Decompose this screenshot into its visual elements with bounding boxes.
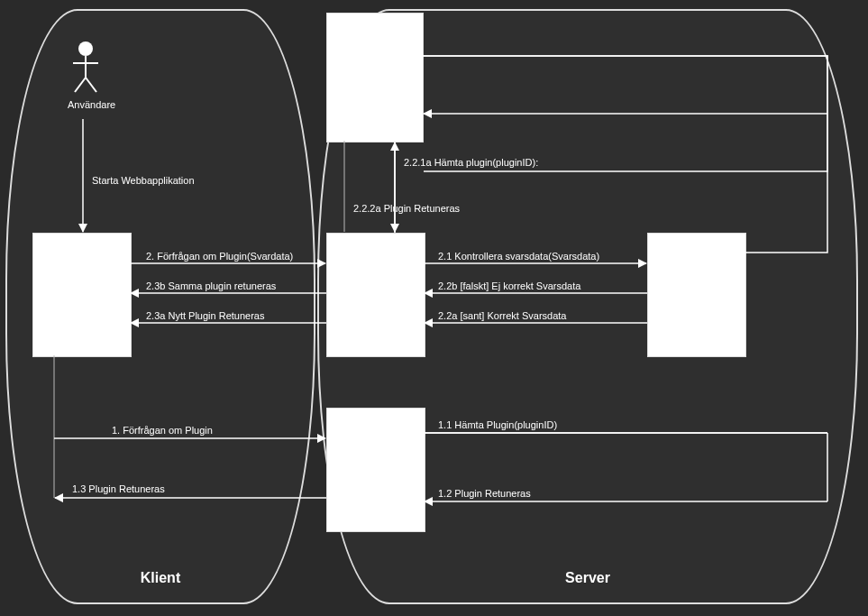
msg-2-3a: 2.3a Nytt Plugin Retuneras [146, 310, 264, 321]
user-icon [70, 40, 101, 94]
actor-label: Användare [68, 99, 104, 110]
msg-1-2: 1.2 Plugin Retuneras [438, 488, 531, 499]
msg-2-req: 2. Förfrågan om Plugin(Svardata) [146, 251, 293, 262]
svg-line-4 [86, 78, 96, 92]
lifeline-server-mid [326, 233, 425, 357]
msg-1-req: 1. Förfrågan om Plugin [112, 425, 213, 436]
msg-1-1: 1.1 Hämta Plugin(pluginID) [438, 419, 557, 430]
server-panel-label: Server [319, 570, 856, 586]
msg-2-2b: 2.2b [falskt] Ej korrekt Svarsdata [438, 280, 580, 291]
sequence-diagram: Klient Server Användare Starta Webbappli… [0, 0, 868, 616]
msg-1-3: 1.3 Plugin Retuneras [72, 483, 165, 494]
msg-2-2-2a: 2.2.2a Plugin Retuneras [353, 203, 460, 214]
lifeline-server-right [647, 233, 746, 357]
svg-line-3 [75, 78, 86, 92]
msg-2-2a: 2.2a [sant] Korrekt Svarsdata [438, 310, 566, 321]
lifeline-client-mid [32, 233, 132, 357]
lifeline-server-low [326, 408, 425, 532]
msg-2-3b: 2.3b Samma plugin retuneras [146, 280, 276, 291]
msg-2-1: 2.1 Kontrollera svarsdata(Svarsdata) [438, 251, 599, 262]
actor-user: Användare [68, 40, 104, 110]
msg-2-2-1a: 2.2.1a Hämta plugin(pluginID): [404, 157, 538, 168]
svg-point-0 [78, 41, 93, 56]
lifeline-top-server [326, 13, 424, 143]
msg-start-app: Starta Webbapplikation [92, 175, 195, 186]
client-panel-label: Klient [7, 570, 314, 586]
